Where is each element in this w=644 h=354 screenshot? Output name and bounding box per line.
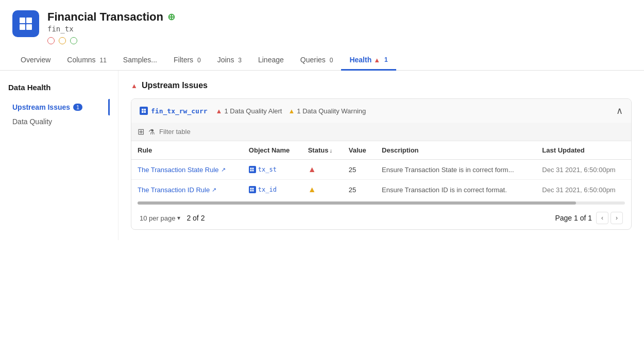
object-cell-0: tx_st xyxy=(243,160,302,180)
object-icon-1 xyxy=(249,186,256,193)
svg-rect-4 xyxy=(142,109,144,111)
dataset-name[interactable]: fin_tx_rw_curr xyxy=(140,107,208,115)
svg-rect-15 xyxy=(252,190,254,191)
desc-cell-0: Ensure Transaction State is in correct f… xyxy=(376,160,536,180)
section-alert-icon: ▲ xyxy=(131,82,138,90)
maximize-dot xyxy=(70,37,77,44)
close-dot xyxy=(47,37,55,44)
tab-columns[interactable]: Columns 11 xyxy=(59,50,115,71)
object-name-0[interactable]: tx_st xyxy=(249,166,296,173)
dataset-id: fin_tx xyxy=(47,25,175,33)
sort-icon: ↓ xyxy=(329,147,332,154)
section-title-text: Upstream Issues xyxy=(142,81,208,90)
record-count: 2 of 2 xyxy=(187,214,205,222)
svg-rect-10 xyxy=(250,170,252,171)
app-icon xyxy=(12,10,39,37)
table-header-row: Rule Object Name Status ↓ Value Descript… xyxy=(131,141,631,160)
data-quality-label: Data Quality xyxy=(12,117,52,126)
date-cell-1: Dec 31 2021, 6:50:00pm xyxy=(536,180,631,200)
collapse-button[interactable]: ∧ xyxy=(616,105,623,116)
health-badge: 1 xyxy=(384,56,388,63)
page-info-text: Page 1 of 1 xyxy=(555,214,592,222)
main-panel: ▲ Upstream Issues fin_tx_rw_curr ▲ xyxy=(118,71,644,240)
svg-rect-14 xyxy=(250,190,252,191)
section-title: ▲ Upstream Issues xyxy=(131,81,632,90)
col-value: Value xyxy=(343,141,376,160)
date-cell-0: Dec 31 2021, 6:50:00pm xyxy=(536,160,631,180)
svg-rect-3 xyxy=(26,24,32,30)
rule-cell-1: The Transaction ID Rule ↗ xyxy=(131,180,243,200)
issue-card-header-left: fin_tx_rw_curr ▲ 1 Data Quality Alert ▲ … xyxy=(140,107,366,115)
add-dataset-icon[interactable]: ⊕ xyxy=(167,11,175,23)
object-name-1[interactable]: tx_id xyxy=(249,186,296,193)
window-controls xyxy=(47,37,175,44)
tab-joins[interactable]: Joins 3 xyxy=(209,50,250,71)
tab-samples[interactable]: Samples... xyxy=(115,50,165,71)
sidebar: Data Health Upstream Issues 1 Data Quali… xyxy=(0,71,118,240)
health-alert-icon: ▲ xyxy=(374,56,380,64)
page-nav: ‹ › xyxy=(596,212,623,224)
sidebar-upstream-item-wrapper: Upstream Issues 1 xyxy=(8,100,110,114)
minimize-dot xyxy=(59,37,66,44)
svg-rect-11 xyxy=(252,170,254,171)
sidebar-item-data-quality[interactable]: Data Quality xyxy=(8,114,110,129)
status-cell-1: ▲ xyxy=(302,180,343,200)
upstream-issues-count: 1 xyxy=(73,104,82,111)
value-cell-1: 25 xyxy=(343,180,376,200)
per-page-selector[interactable]: 10 per page ▾ xyxy=(140,214,180,222)
external-link-icon-1: ↗ xyxy=(212,187,216,193)
tab-filters[interactable]: Filters 0 xyxy=(165,50,209,71)
page-title: Financial Transaction ⊕ xyxy=(47,10,175,24)
per-page-chevron: ▾ xyxy=(177,214,180,222)
status-error-icon-0: ▲ xyxy=(308,165,316,174)
table-row: The Transaction ID Rule ↗ tx_id xyxy=(131,180,631,200)
header-text-block: Financial Transaction ⊕ fin_tx xyxy=(47,10,175,44)
quality-warning-badge: ▲ 1 Data Quality Warning xyxy=(288,107,366,115)
desc-cell-1: Ensure Transaction ID is in correct form… xyxy=(376,180,536,200)
table-toolbar: ⊞ ⚗ xyxy=(131,123,631,141)
horizontal-scrollbar[interactable] xyxy=(138,201,625,205)
col-last-updated: Last Updated xyxy=(536,141,631,160)
active-indicator-bar xyxy=(108,99,110,115)
quality-badges: ▲ 1 Data Quality Alert ▲ 1 Data Quality … xyxy=(216,107,366,115)
col-rule: Rule xyxy=(131,141,243,160)
rule-link-0[interactable]: The Transaction State Rule ↗ xyxy=(138,166,236,174)
issue-card-header: fin_tx_rw_curr ▲ 1 Data Quality Alert ▲ … xyxy=(131,99,631,123)
warning-icon: ▲ xyxy=(288,107,295,115)
table-layout-icon[interactable]: ⊞ xyxy=(138,127,144,137)
svg-rect-8 xyxy=(250,167,252,169)
page-content: Data Health Upstream Issues 1 Data Quali… xyxy=(0,71,644,240)
col-status[interactable]: Status ↓ xyxy=(302,141,343,160)
svg-rect-2 xyxy=(20,24,25,30)
prev-page-button[interactable]: ‹ xyxy=(596,212,608,224)
table-row: The Transaction State Rule ↗ tx_st xyxy=(131,160,631,180)
object-icon-0 xyxy=(249,166,256,173)
filter-table-input[interactable] xyxy=(159,128,262,136)
issue-card: fin_tx_rw_curr ▲ 1 Data Quality Alert ▲ … xyxy=(131,98,632,230)
status-sort-control[interactable]: Status ↓ xyxy=(308,146,336,154)
rule-link-1[interactable]: The Transaction ID Rule ↗ xyxy=(138,186,236,194)
issues-table: Rule Object Name Status ↓ Value Descript… xyxy=(131,141,631,199)
filter-icon: ⚗ xyxy=(148,128,155,136)
dataset-icon xyxy=(140,107,148,115)
col-object-name: Object Name xyxy=(243,141,302,160)
tab-lineage[interactable]: Lineage xyxy=(250,50,292,71)
alert-icon: ▲ xyxy=(216,107,223,115)
status-warning-icon-1: ▲ xyxy=(308,185,316,194)
next-page-button[interactable]: › xyxy=(611,212,623,224)
svg-rect-6 xyxy=(142,111,144,113)
status-cell-0: ▲ xyxy=(302,160,343,180)
external-link-icon-0: ↗ xyxy=(221,166,226,173)
svg-rect-13 xyxy=(252,188,254,189)
tab-queries[interactable]: Queries 0 xyxy=(292,50,342,71)
svg-rect-7 xyxy=(144,111,146,113)
nav-tabs: Overview Columns 11 Samples... Filters 0… xyxy=(0,50,644,71)
tab-overview[interactable]: Overview xyxy=(12,50,59,71)
value-cell-0: 25 xyxy=(343,160,376,180)
sidebar-item-upstream-issues[interactable]: Upstream Issues 1 xyxy=(8,100,110,114)
svg-rect-5 xyxy=(144,109,146,111)
tab-health[interactable]: Health ▲ 1 xyxy=(341,50,396,71)
scrollbar-thumb[interactable] xyxy=(138,201,576,205)
health-tab-label: Health xyxy=(349,56,371,64)
upstream-issues-label: Upstream Issues xyxy=(12,103,70,111)
